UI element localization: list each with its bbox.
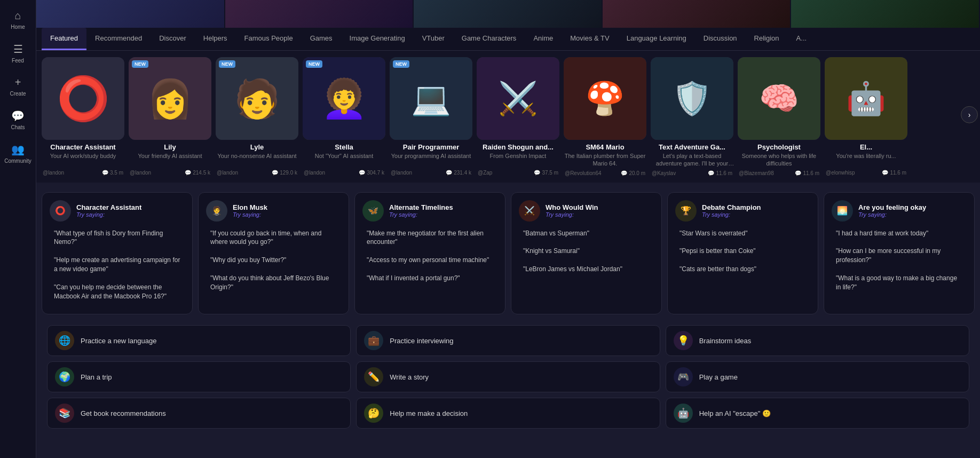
sidebar-item-home[interactable]: ⌂ Home (3, 5, 34, 34)
tab-games[interactable]: Games (302, 28, 341, 50)
sidebar-label-feed: Feed (12, 58, 24, 64)
try-saying-label-alternate-timelines: Try saying: (389, 211, 453, 218)
try-prompt[interactable]: "Star Wars is overrated" (675, 226, 810, 241)
sidebar-item-chats[interactable]: 💬 Chats (3, 105, 34, 135)
try-name-group-are-you-okay: Are you feeling okay Try saying: (858, 203, 926, 218)
try-prompt[interactable]: "Cats are better than dogs" (675, 262, 810, 277)
char-card-lily[interactable]: 👩 NEW Lily Your friendly AI assistant @l… (129, 57, 211, 176)
tab-religion[interactable]: Religion (746, 28, 788, 50)
tab-famous-people[interactable]: Famous People (236, 28, 302, 50)
try-avatar-debate-champion: 🏆 (675, 200, 697, 222)
try-prompt[interactable]: "Knight vs Samurai" (519, 243, 654, 259)
char-card-text-adventure[interactable]: 🛡️ Text Adventure Ga... Let's play a tex… (651, 57, 733, 176)
try-prompt[interactable]: "What is a good way to make a big change… (832, 271, 967, 295)
tab-featured[interactable]: Featured (42, 28, 86, 50)
sidebar-item-create[interactable]: + Create (3, 72, 34, 101)
try-avatar-character-assistant: ⭕ (50, 200, 71, 222)
action-item-ai-escape[interactable]: 🤖 Help an AI "escape" 🙂 (666, 398, 969, 429)
tab-vtuber[interactable]: VTuber (414, 28, 453, 50)
try-card-alternate-timelines[interactable]: 🦋 Alternate Timelines Try saying: "Make … (354, 192, 505, 315)
carousel-next-button[interactable]: › (961, 106, 978, 123)
char-card-char-assistant[interactable]: ⭕ Character Assistant Your AI work/study… (42, 57, 124, 176)
tab-more[interactable]: A... (788, 28, 816, 50)
char-name-text-adventure: Text Adventure Ga... (651, 143, 733, 151)
try-prompt[interactable]: "I had a hard time at work today" (832, 226, 967, 241)
try-card-debate-champion[interactable]: 🏆 Debate Champion Try saying: "Star Wars… (667, 192, 818, 315)
quick-actions-section: 🌐 Practice a new language 💼 Practice int… (36, 320, 980, 434)
try-header-alternate-timelines: 🦋 Alternate Timelines Try saying: (362, 200, 497, 222)
sidebar-item-feed[interactable]: ☰ Feed (3, 38, 34, 68)
tab-discussion[interactable]: Discussion (695, 28, 746, 50)
try-prompt[interactable]: "How can I be more successful in my prof… (832, 243, 967, 268)
char-card-lyle[interactable]: 🧑 NEW Lyle Your no-nonsense AI assistant… (216, 57, 298, 176)
community-icon: 👥 (11, 143, 25, 156)
try-prompt[interactable]: "If you could go back in time, when and … (206, 226, 341, 250)
char-count-psychologist: 💬11.6 m (795, 170, 819, 176)
try-prompt[interactable]: "Pepsi is better than Coke" (675, 243, 810, 259)
char-avatar-elonwhisp: 🤖 (825, 57, 907, 140)
char-card-psychologist[interactable]: 🧠 Psychologist Someone who helps with li… (738, 57, 820, 176)
action-label-brainstorm: Brainstorm ideas (699, 337, 752, 345)
action-item-practice-language[interactable]: 🌐 Practice a new language (47, 325, 351, 356)
action-item-book-rec[interactable]: 📚 Get book recommendations (47, 398, 351, 429)
sidebar-item-community[interactable]: 👥 Community (3, 139, 34, 168)
action-item-plan-trip[interactable]: 🌍 Plan a trip (47, 361, 351, 392)
char-card-stella[interactable]: 👩‍🦱 NEW Stella Not "Your" AI assistant @… (303, 57, 385, 176)
sidebar-label-chats: Chats (11, 124, 25, 130)
hero-item-1 (36, 0, 225, 28)
try-prompt[interactable]: "Access to my own personal time machine" (362, 252, 497, 268)
new-badge-stella: NEW (306, 60, 322, 68)
try-prompt[interactable]: "LeBron James vs Michael Jordan" (519, 262, 654, 277)
new-badge-lily: NEW (132, 60, 148, 68)
action-item-write-story[interactable]: ✏️ Write a story (356, 361, 660, 392)
try-prompt[interactable]: "Make me the negotiator for the first al… (362, 226, 497, 250)
try-prompt[interactable]: "What if I invented a portal gun?" (362, 271, 497, 286)
char-author-elonwhisp: @elonwhisp (826, 170, 855, 176)
char-count-text-adventure: 💬11.6 m (708, 170, 732, 176)
try-name-character-assistant: Character Assistant (76, 203, 141, 211)
tab-helpers[interactable]: Helpers (195, 28, 236, 50)
try-card-elon-musk[interactable]: 🤵 Elon Musk Try saying: "If you could go… (198, 192, 349, 315)
char-name-sm64mario: SM64 Mario (564, 143, 646, 151)
action-item-practice-interview[interactable]: 💼 Practice interviewing (356, 325, 660, 356)
try-prompt[interactable]: "Help me create an advertising campaign … (50, 252, 185, 277)
char-card-raiden[interactable]: ⚔️ Raiden Shogun and... From Genshin Imp… (477, 57, 559, 176)
try-prompt[interactable]: "Batman vs Superman" (519, 226, 654, 241)
action-item-make-decision[interactable]: 🤔 Help me make a decision (356, 398, 660, 429)
char-card-pair-programmer[interactable]: 💻 NEW Pair Programmer Your programming A… (390, 57, 472, 176)
try-card-who-would-win[interactable]: ⚔️ Who Would Win Try saying: "Batman vs … (511, 192, 662, 315)
try-prompt[interactable]: "What type of fish is Dory from Finding … (50, 226, 185, 250)
chats-icon: 💬 (11, 109, 25, 122)
char-card-elonwhisp[interactable]: 🤖 El... You're was literally ru... @elon… (825, 57, 907, 176)
try-card-character-assistant[interactable]: ⭕ Character Assistant Try saying: "What … (42, 192, 193, 315)
char-author-psychologist: @Blazeman98 (739, 170, 774, 176)
tab-discover[interactable]: Discover (151, 28, 195, 50)
char-img-lyle: 🧑 NEW (216, 57, 298, 140)
char-author-stella: @landon (304, 170, 325, 176)
try-header-who-would-win: ⚔️ Who Would Win Try saying: (519, 200, 654, 222)
tab-image-generating[interactable]: Image Generating (341, 28, 414, 50)
tab-recommended[interactable]: Recommended (86, 28, 151, 50)
try-prompt[interactable]: "Why did you buy Twitter?" (206, 252, 341, 268)
char-img-lily: 👩 NEW (129, 57, 211, 140)
tab-movies-tv[interactable]: Movies & TV (562, 28, 618, 50)
char-meta-raiden: @Zap 💬37.5 m (477, 170, 559, 176)
action-item-play-game[interactable]: 🎮 Play a game (666, 361, 969, 392)
try-prompt[interactable]: "Can you help me decide between the Macb… (50, 280, 185, 304)
char-card-sm64mario[interactable]: 🍄 SM64 Mario The Italian plumber from Su… (564, 57, 646, 176)
try-prompt[interactable]: "What do you think about Jeff Bezo's Blu… (206, 271, 341, 295)
action-label-play-game: Play a game (699, 373, 738, 381)
try-card-are-you-okay[interactable]: 🌅 Are you feeling okay Try saying: "I ha… (824, 192, 975, 315)
char-name-char-assistant: Character Assistant (42, 143, 124, 151)
char-desc-stella: Not "Your" AI assistant (303, 152, 385, 167)
action-item-brainstorm[interactable]: 💡 Brainstorm ideas (666, 325, 969, 356)
tab-anime[interactable]: Anime (525, 28, 562, 50)
tab-language-learning[interactable]: Language Learning (618, 28, 695, 50)
char-name-psychologist: Psychologist (738, 143, 820, 151)
tab-game-characters[interactable]: Game Characters (453, 28, 525, 50)
try-saying-label-debate-champion: Try saying: (702, 211, 761, 218)
char-name-lyle: Lyle (216, 143, 298, 151)
try-header-are-you-okay: 🌅 Are you feeling okay Try saying: (832, 200, 967, 222)
action-label-make-decision: Help me make a decision (390, 409, 468, 417)
char-author-raiden: @Zap (478, 170, 492, 176)
